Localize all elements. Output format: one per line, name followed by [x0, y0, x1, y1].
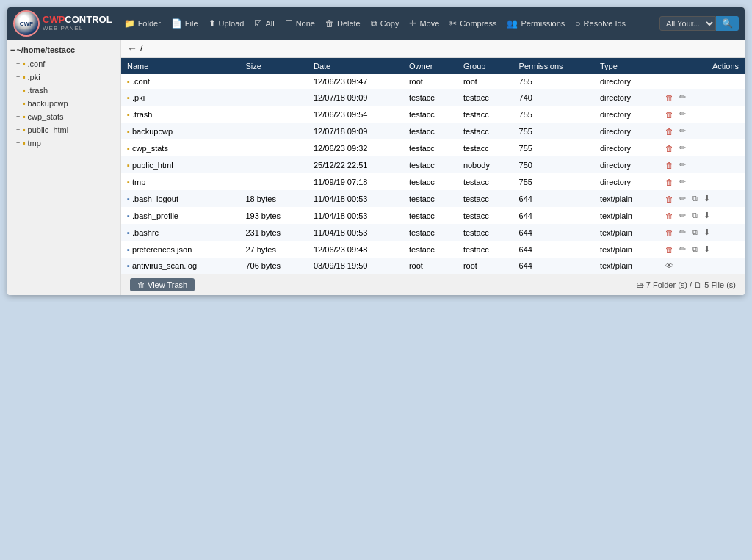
sidebar-item-conf[interactable]: + ▪ .conf — [10, 57, 118, 70]
cell-name[interactable]: ▪ backupcwp — [121, 123, 239, 139]
view-trash-button[interactable]: 🗑 View Trash — [130, 278, 195, 291]
cell-actions: 🗑✏ — [658, 123, 745, 139]
file-icon: ▪ — [127, 261, 132, 270]
cell-name[interactable]: ▪ tmp — [121, 173, 239, 190]
th-actions: Actions — [658, 58, 745, 74]
none-button[interactable]: ☐ None — [282, 17, 318, 30]
sidebar-item-pki[interactable]: + ▪ .pki — [10, 70, 118, 84]
all-button[interactable]: ☑ All — [251, 17, 277, 30]
cell-owner: testacc — [403, 241, 458, 258]
delete-action-icon[interactable]: 🗑 — [664, 109, 675, 120]
delete-action-icon[interactable]: 🗑 — [664, 126, 675, 137]
cell-size — [239, 173, 308, 190]
edit-action-icon[interactable]: ✏ — [678, 227, 687, 238]
compress-button[interactable]: ✂ Compress — [446, 17, 499, 30]
edit-action-icon[interactable]: ✏ — [678, 109, 687, 120]
table-row: ▪ .bashrc231 bytes11/04/18 00:53testacct… — [121, 224, 745, 241]
copy-action-icon[interactable]: ⧉ — [690, 193, 699, 204]
edit-action-icon[interactable]: ✏ — [678, 244, 687, 255]
cell-type: text/plain — [594, 224, 658, 241]
cell-actions: 🗑✏⧉⬇ — [658, 224, 745, 241]
cell-name[interactable]: ▪ antivirus_scan.log — [121, 258, 239, 274]
delete-action-icon[interactable]: 🗑 — [664, 143, 675, 153]
edit-action-icon[interactable]: ✏ — [678, 176, 687, 187]
cell-name[interactable]: ▪ .pki — [121, 89, 239, 106]
cell-name[interactable]: ▪ cwp_stats — [121, 139, 239, 156]
cell-name[interactable]: ▪ public_html — [121, 156, 239, 173]
sidebar-label-trash: .trash — [28, 86, 48, 95]
sidebar-item-publichtml[interactable]: + ▪ public_html — [10, 123, 118, 137]
edit-action-icon[interactable]: ✏ — [678, 126, 687, 137]
delete-action-icon[interactable]: 🗑 — [664, 92, 675, 103]
folder-icon: ▪ — [127, 161, 132, 170]
sidebar-item-trash[interactable]: + ▪ .trash — [10, 84, 118, 97]
cell-group: testacc — [458, 190, 513, 207]
download-action-icon[interactable]: ⬇ — [702, 193, 712, 204]
cell-owner: root — [403, 74, 458, 89]
cell-name[interactable]: ▪ .bashrc — [121, 224, 239, 241]
permissions-button[interactable]: 👥 Permissions — [504, 17, 568, 30]
back-button[interactable]: ← — [127, 43, 137, 54]
cell-name[interactable]: ▪ .bash_profile — [121, 207, 239, 224]
sidebar-item-tmp[interactable]: + ▪ tmp — [10, 137, 118, 150]
sidebar-item-backupcwp[interactable]: + ▪ backupcwp — [10, 97, 118, 110]
edit-action-icon[interactable]: ✏ — [678, 210, 687, 221]
none-label: None — [296, 19, 315, 28]
delete-action-icon[interactable]: 🗑 — [664, 177, 675, 187]
file-name: .pki — [132, 93, 145, 102]
download-action-icon[interactable]: ⬇ — [702, 227, 712, 238]
cell-type: directory — [594, 106, 658, 123]
logo-control: CONTROL — [65, 14, 112, 25]
download-action-icon[interactable]: ⬇ — [702, 210, 712, 221]
delete-action-icon[interactable]: 🗑 — [664, 194, 675, 204]
copy-action-icon[interactable]: ⧉ — [690, 227, 699, 238]
cell-size: 193 bytes — [239, 207, 308, 224]
cell-actions: 🗑✏ — [658, 156, 745, 173]
cell-name[interactable]: ▪ .trash — [121, 106, 239, 123]
delete-action-icon[interactable]: 🗑 — [664, 244, 675, 255]
edit-action-icon[interactable]: ✏ — [678, 142, 687, 153]
folder-button[interactable]: 📁 Folder — [121, 17, 164, 30]
edit-action-icon[interactable]: ✏ — [678, 193, 687, 204]
cell-date: 11/09/19 07:18 — [308, 173, 403, 190]
delete-action-icon[interactable]: 🗑 — [664, 228, 675, 238]
edit-action-icon[interactable]: ✏ — [678, 159, 687, 170]
resolve-ids-button[interactable]: ○ Resolve Ids — [572, 17, 629, 30]
copy-action-icon[interactable]: ⧉ — [690, 244, 699, 255]
move-icon: ✛ — [409, 18, 416, 29]
upload-button[interactable]: ⬆ Upload — [206, 17, 247, 30]
delete-action-icon[interactable]: 🗑 — [664, 160, 675, 170]
expand-icon: + — [16, 73, 20, 81]
cell-group: testacc — [458, 173, 513, 190]
folder-icon-backupcwp: ▪ — [22, 98, 25, 109]
search-select[interactable]: All Your... — [659, 16, 716, 31]
sidebar-item-cwpstats[interactable]: + ▪ cwp_stats — [10, 110, 118, 123]
copy-action-icon[interactable]: ⧉ — [690, 210, 699, 221]
cell-date: 11/04/18 00:53 — [308, 207, 403, 224]
copy-button[interactable]: ⧉ Copy — [368, 17, 402, 30]
file-button[interactable]: 📄 File — [168, 17, 201, 30]
cell-perms: 755 — [513, 74, 594, 89]
file-name: antivirus_scan.log — [132, 261, 197, 270]
move-button[interactable]: ✛ Move — [406, 17, 442, 30]
cell-owner: testacc — [403, 123, 458, 139]
upload-label: Upload — [219, 19, 245, 28]
view-action-icon[interactable]: 👁 — [664, 261, 675, 271]
cell-name[interactable]: ▪ preferences.json — [121, 241, 239, 258]
delete-button[interactable]: 🗑 Delete — [322, 17, 364, 30]
delete-action-icon[interactable]: 🗑 — [664, 211, 675, 221]
th-perms: Permissions — [513, 58, 594, 74]
delete-icon: 🗑 — [325, 18, 334, 29]
search-button[interactable]: 🔍 — [716, 16, 739, 31]
compress-label: Compress — [460, 19, 496, 28]
copy-icon: ⧉ — [371, 18, 377, 29]
edit-action-icon[interactable]: ✏ — [678, 92, 687, 103]
cell-actions: 🗑✏ — [658, 173, 745, 190]
download-action-icon[interactable]: ⬇ — [702, 244, 712, 255]
cell-name[interactable]: ▪ .bash_logout — [121, 190, 239, 207]
collapse-icon[interactable]: − — [10, 46, 15, 54]
cell-date: 11/04/18 00:53 — [308, 190, 403, 207]
content-area: ← / Name Size Date Owner Group Permissio… — [121, 40, 745, 295]
cell-name[interactable]: ▪ .conf — [121, 74, 239, 89]
cell-group: testacc — [458, 241, 513, 258]
